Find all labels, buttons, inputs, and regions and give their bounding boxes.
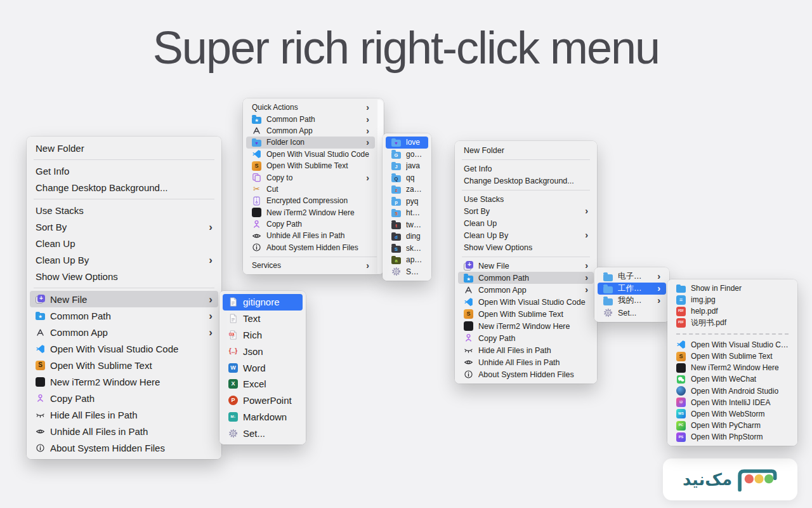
menu-item-rich[interactable]: RTFRich [223, 327, 303, 344]
menu-item-clean-up[interactable]: Clean Up [30, 235, 218, 251]
menu-item-unhide-all-files-in-path[interactable]: Unhide All Files in Path [458, 356, 594, 368]
menu-item-common-path[interactable]: ★Common Path› [246, 113, 375, 124]
menu-item-set[interactable]: Set... [386, 266, 428, 278]
menu-item-common-app[interactable]: Common App› [458, 284, 594, 296]
menu-item-text[interactable]: Text [223, 311, 303, 327]
webstorm-icon: WS [676, 409, 686, 418]
menu-item-new-iterm2-window-here[interactable]: New iTerm2 Window Here [458, 320, 594, 332]
menu-item-new-file[interactable]: +New File› [458, 260, 594, 272]
menu-item-open-with-intellij-idea[interactable]: IJOpen With IntelliJ IDEA [671, 397, 794, 408]
menu-item-open-with-pycharm[interactable]: PCOpen With PyCharm [671, 420, 794, 431]
menu-item-get-info[interactable]: Get Info [458, 163, 594, 175]
menu-item-encrypted-compression[interactable]: Encrypted Compression [246, 195, 375, 206]
menu-item-common-path[interactable]: ★Common Path› [30, 307, 218, 324]
menu-item-about-system-hidden-files[interactable]: About System Hidden Files [246, 242, 375, 253]
menu-item-pyq[interactable]: ppyq [386, 196, 428, 208]
menu-item-quick-actions[interactable]: Quick Actions› [246, 102, 375, 113]
menu-item-open-with-wechat[interactable]: Open With WeChat [671, 373, 794, 385]
menu-item-about-system-hidden-files[interactable]: About System Hidden Files [30, 439, 218, 456]
menu-item-folder-icon[interactable]: ♥Folder Icon› [246, 137, 375, 148]
menu-item-copy-path[interactable]: Copy Path [246, 218, 375, 230]
maknid-logo-card: مک‌نید [663, 458, 797, 500]
menu-item-open-with-sublime-text[interactable]: SOpen With Sublime Text [458, 308, 594, 320]
menu-separator-dashed [676, 333, 789, 335]
menu-item-sort-by[interactable]: Sort By› [30, 218, 218, 235]
menu-item-item-1[interactable]: 工作文档› [598, 283, 666, 295]
menu-item-copy-to[interactable]: Copy to› [246, 171, 375, 183]
menu-item-new-iterm2-window-here[interactable]: New iTerm2 Window Here [246, 207, 375, 218]
menu-item-clean-up-by[interactable]: Clean Up By› [458, 229, 594, 241]
menu-item-clean-up[interactable]: Clean Up [458, 217, 594, 229]
menu-item-label: Show View Options [36, 271, 213, 282]
menu-item-common-app[interactable]: Common App› [30, 324, 218, 340]
menu-item-img-jpg[interactable]: ≡img.jpg [671, 294, 794, 305]
menu-item-java[interactable]: Jjava [386, 160, 428, 172]
menu-item-show-view-options[interactable]: Show View Options [30, 268, 218, 284]
menu-item-hide-all-files-in-path[interactable]: Hide All Files in Path [458, 344, 594, 356]
menu-item-change-desktop-background[interactable]: Change Desktop Background... [30, 179, 218, 196]
menu-item-open-with-phpstorm[interactable]: PSOpen With PhpStorm [671, 431, 794, 443]
chevron-right-icon: › [657, 296, 660, 305]
menu-item-new-folder[interactable]: New Folder [458, 144, 594, 156]
menu-item-use-stacks[interactable]: Use Stacks [30, 202, 218, 218]
folder-icon [603, 298, 613, 305]
menu-item-pdf[interactable]: PDF说明书.pdf [671, 318, 794, 329]
menu-item-clean-up-by[interactable]: Clean Up By› [30, 251, 218, 268]
menu-item-open-with-sublime-text[interactable]: SOpen With Sublime Text [30, 357, 218, 373]
menu-item-new-file[interactable]: +New File› [30, 291, 218, 307]
gear-icon [603, 308, 613, 318]
menu-item-gitignore[interactable]: gitignore [223, 294, 303, 311]
menu-item-open-with-visual-studio-code[interactable]: Open With Visual Studio Code [671, 339, 794, 351]
menu-separator [34, 159, 214, 160]
menu-item-copy-path[interactable]: Copy Path [30, 390, 218, 406]
menu-item-apple[interactable]: aapple [386, 254, 428, 266]
menu-item-markdown[interactable]: M↓Markdown [223, 409, 303, 425]
menu-item-json[interactable]: {..}Json [223, 343, 303, 359]
menu-item-new-folder[interactable]: New Folder [30, 140, 218, 156]
menu-item-qq[interactable]: Qqq [386, 172, 428, 184]
menu-item-excel[interactable]: XExcel [223, 376, 303, 392]
menu-item-skype[interactable]: Sskype [386, 243, 428, 255]
menu-item-ding[interactable]: dding [386, 231, 428, 243]
menu-item-unhide-all-files-in-path[interactable]: Unhide All Files in Path [246, 230, 375, 241]
menu-item-set[interactable]: Set... [598, 307, 666, 319]
menu-item-html5[interactable]: 5html5 [386, 207, 428, 219]
menu-item-open-with-visual-studio-code[interactable]: Open With Visual Studio Code [458, 296, 594, 308]
menu-item-label: Copy Path [478, 334, 588, 343]
menu-item-sort-by[interactable]: Sort By› [458, 205, 594, 217]
menu-item-cut[interactable]: ✂Cut [246, 184, 375, 195]
menu-item-common-app[interactable]: Common App› [246, 125, 375, 137]
menu-item-open-with-visual-studio-code[interactable]: Open With Visual Studio Code [246, 149, 375, 160]
menu-item-item-2[interactable]: 我的图库› [598, 295, 666, 307]
menu-item-common-path[interactable]: ★Common Path› [458, 272, 594, 284]
menu-item-about-system-hidden-files[interactable]: About System Hidden Files [458, 368, 594, 380]
menu-item-set[interactable]: Set... [223, 425, 303, 441]
menu-item-change-desktop-background[interactable]: Change Desktop Background... [458, 175, 594, 187]
menu-item-hide-all-files-in-path[interactable]: Hide All Files in Path [30, 406, 218, 423]
menu-item-show-in-finder[interactable]: Show in Finder [671, 283, 794, 294]
menu-item-services[interactable]: Services› [246, 260, 375, 271]
menu-item-item-0[interactable]: 电子表格› [598, 271, 666, 283]
menu-item-love[interactable]: ♥love [386, 137, 428, 149]
menu-item-help-pdf[interactable]: PDFhelp.pdf [671, 305, 794, 317]
menu-item-word[interactable]: WWord [223, 359, 303, 376]
menu-item-label: img.jpg [691, 295, 789, 304]
menu-item-new-iterm2-window-here[interactable]: New iTerm2 Window Here [671, 362, 794, 373]
menu-item-unhide-all-files-in-path[interactable]: Unhide All Files in Path [30, 423, 218, 439]
menu-item-zapier[interactable]: zzapier [386, 184, 428, 196]
menu-item-open-with-visual-studio-code[interactable]: Open With Visual Studio Code [30, 340, 218, 357]
menu-item-get-info[interactable]: Get Info [30, 163, 218, 179]
menu-item-open-with-sublime-text[interactable]: SOpen With Sublime Text [246, 160, 375, 171]
menu-item-google[interactable]: Ggoogle [386, 149, 428, 161]
menu-item-open-with-sublime-text[interactable]: SOpen With Sublime Text [671, 351, 794, 362]
menu-item-twitter[interactable]: ttwitter [386, 219, 428, 231]
menu-item-show-view-options[interactable]: Show View Options [458, 241, 594, 253]
menu-item-open-with-android-studio[interactable]: Open With Android Studio [671, 385, 794, 397]
menu-item-copy-path[interactable]: Copy Path [458, 332, 594, 344]
menu-item-open-with-webstorm[interactable]: WSOpen With WebStorm [671, 408, 794, 420]
menu-item-label: Use Stacks [36, 205, 213, 216]
menu-item-new-iterm2-window-here[interactable]: New iTerm2 Window Here [30, 373, 218, 390]
menu-item-use-stacks[interactable]: Use Stacks [458, 193, 594, 205]
menu-item-powerpoint[interactable]: PPowerPoint [223, 392, 303, 409]
info-icon [36, 443, 45, 453]
